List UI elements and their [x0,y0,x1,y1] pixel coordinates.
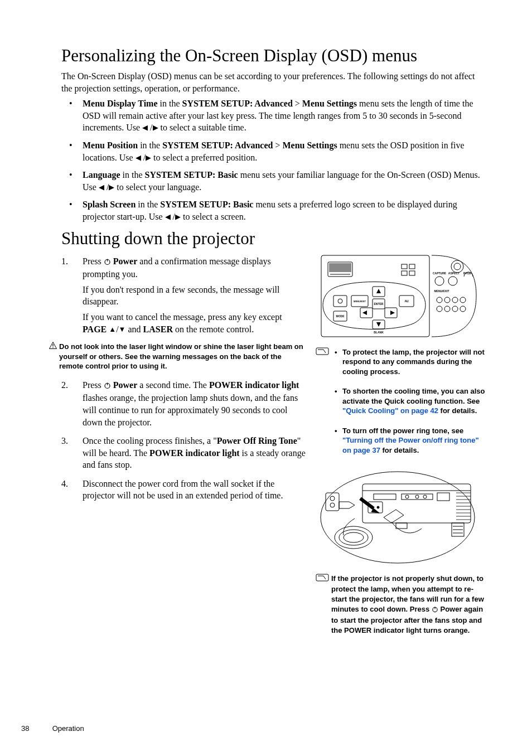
arrow-right-icon [175,212,181,222]
page-number: 38 [21,724,50,733]
svg-point-71 [377,506,379,508]
arrow-left-icon [136,153,141,163]
svg-marker-20 [362,311,367,315]
arrow-left-icon [99,182,104,192]
svg-rect-50 [316,348,328,355]
svg-point-37 [448,277,457,285]
svg-rect-32 [409,264,415,269]
step-1: 1. Press Power and a confirmation messag… [61,255,306,336]
svg-point-45 [460,297,466,303]
svg-text:BLANK: BLANK [374,331,384,334]
svg-point-48 [452,306,458,312]
svg-point-4 [52,347,54,348]
power-icon [104,380,111,392]
svg-marker-22 [390,311,395,315]
step-3: 3. Once the cooling process finishes, a … [61,435,306,471]
step-4: 4. Disconnect the power cord from the wa… [61,478,306,502]
power-icon [104,256,111,269]
note-quick-cooling: • To shorten the cooling time, you can a… [316,386,485,416]
svg-rect-52 [362,484,471,523]
svg-text:AU: AU [404,299,409,303]
arrow-right-icon [146,153,151,163]
laser-warning: Do not look into the laser light window … [51,342,306,371]
svg-text:ENTER: ENTER [374,302,384,306]
arrow-up-icon [109,324,116,335]
note-icon [316,347,329,358]
control-panel-diagram: MENU/EXIT ENTER BLANK MODE AU [318,254,477,338]
svg-point-12 [338,299,342,303]
svg-marker-16 [376,289,381,293]
note-ring-tone: • To turn off the power ring tone, see "… [316,426,485,455]
power-icon [432,605,438,616]
note-lamp-protect: • To protect the lamp, the projector wil… [316,347,485,377]
link-quick-cooling[interactable]: "Quick Cooling" on page 42 [342,406,438,415]
bullet-menu-display-time: Menu Display Time in the SYSTEM SETUP: A… [61,98,485,134]
svg-point-66 [415,495,419,498]
svg-point-43 [444,297,450,303]
svg-rect-73 [326,493,339,511]
svg-rect-31 [402,271,407,275]
arrow-left-icon [165,212,171,222]
note-improper-shutdown: If the projector is not properly shut do… [316,574,485,636]
svg-point-46 [437,306,442,312]
svg-point-42 [437,297,442,303]
shutdown-steps-cont: 2. Press Power a second time. The POWER … [61,379,306,502]
bullet-menu-position: Menu Position in the SYSTEM SETUP: Advan… [61,139,485,163]
svg-point-49 [460,306,466,312]
svg-point-47 [444,306,450,312]
footer-section: Operation [52,724,84,733]
svg-marker-24 [376,322,381,327]
arrow-right-icon [153,123,158,133]
bullet-language: Language in the SYSTEM SETUP: Basic menu… [61,169,485,193]
svg-text:MODE: MODE [336,314,345,318]
svg-point-34 [451,260,463,273]
section-heading-osd: Personalizing the On-Screen Display (OSD… [61,46,485,66]
shutdown-steps: 1. Press Power and a confirmation messag… [61,255,306,336]
arrow-left-icon [142,123,148,133]
arrow-down-icon [119,324,126,335]
svg-point-35 [454,263,461,270]
svg-point-44 [452,297,458,303]
svg-rect-68 [437,493,449,501]
svg-rect-84 [316,574,328,581]
svg-text:ASPECT: ASPECT [448,272,460,275]
svg-rect-30 [402,264,407,269]
page-footer: 38 Operation [21,724,84,733]
svg-rect-63 [374,494,396,500]
arrow-right-icon [109,182,114,192]
section-heading-shutdown: Shutting down the projector [61,229,485,249]
step-2: 2. Press Power a second time. The POWER … [61,379,306,428]
svg-text:MENU/EXIT: MENU/EXIT [354,300,366,303]
side-notes: • To protect the lamp, the projector wil… [316,347,485,455]
warning-icon [49,342,57,352]
note-icon [316,574,329,584]
svg-text:CAPTURE: CAPTURE [433,272,447,275]
svg-text:MENU/EXIT: MENU/EXIT [434,289,449,293]
svg-rect-9 [329,263,351,272]
svg-rect-79 [396,523,407,529]
svg-point-36 [435,277,444,285]
svg-point-67 [423,495,427,498]
svg-point-78 [344,532,364,542]
bullet-splash-screen: Splash Screen in the SYSTEM SETUP: Basic… [61,198,485,222]
svg-rect-11 [333,295,347,307]
unplug-diagram [318,468,477,566]
osd-bullet-list: Menu Display Time in the SYSTEM SETUP: A… [61,98,485,222]
svg-point-75 [330,503,335,507]
svg-rect-33 [409,271,415,275]
svg-point-74 [330,496,335,501]
osd-intro: The On-Screen Display (OSD) menus can be… [61,70,485,94]
svg-point-65 [405,495,409,498]
